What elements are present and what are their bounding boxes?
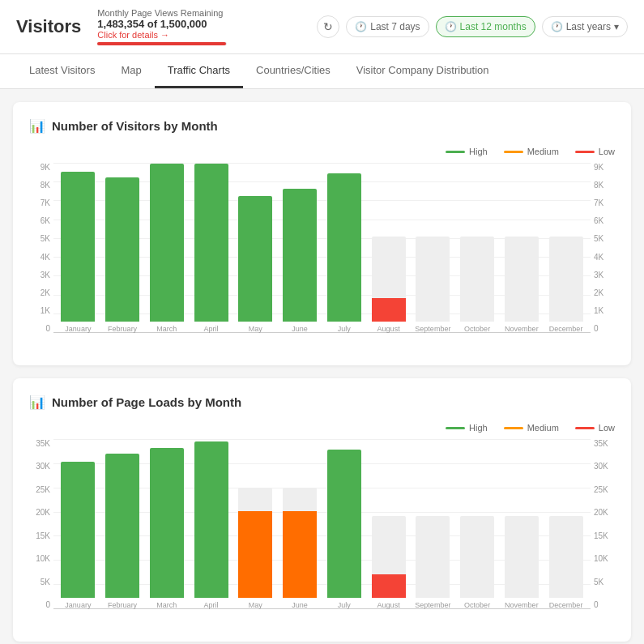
page-views-bar-bg (97, 42, 227, 45)
bar-col: June (279, 439, 322, 609)
legend2-low: Low (575, 423, 615, 433)
time-filter-last7days-label: Last 7 days (370, 21, 420, 32)
page-views-value: 1,483,354 of 1,500,000 (97, 18, 227, 30)
main-content: 📊 Number of Visitors by Month High Mediu… (0, 89, 644, 644)
bar-col: October (456, 439, 499, 609)
legend2-low-label: Low (599, 423, 615, 433)
chart2-legend: High Medium Low (29, 423, 615, 433)
header-left: Visitors Monthly Page Views Remaining 1,… (16, 8, 227, 45)
legend2-high: High (446, 423, 488, 433)
chart2-container: 35K30K25K20K15K10K5K0JanuaryFebruaryMarc… (29, 439, 615, 625)
time-filter-last12months[interactable]: 🕐 Last 12 months (436, 16, 535, 37)
legend2-medium: Medium (504, 423, 559, 433)
legend2-high-line (446, 427, 465, 429)
chart1-icon: 📊 (29, 118, 45, 134)
clock-icon-2: 🕐 (445, 21, 457, 32)
legend-medium-line (504, 151, 523, 153)
bar-col: April (190, 439, 232, 609)
bar-col: March (146, 439, 189, 609)
bar-col: February (101, 163, 144, 333)
chart1-container: 9K8K7K6K5K4K3K2K1K0JanuaryFebruaryMarchA… (29, 163, 615, 349)
visitors-chart-card: 📊 Number of Visitors by Month High Mediu… (13, 102, 631, 365)
bar-col: August (367, 439, 410, 609)
legend2-medium-label: Medium (527, 423, 559, 433)
chart1-title-row: 📊 Number of Visitors by Month (29, 118, 615, 134)
chart2-icon: 📊 (29, 395, 45, 410)
bar-col: July (323, 439, 366, 609)
legend-medium-label: Medium (527, 147, 559, 156)
chart1-legend: High Medium Low (29, 147, 615, 156)
legend-low: Low (575, 147, 615, 156)
chart1-title: Number of Visitors by Month (52, 119, 218, 133)
bar-col: January (57, 439, 100, 609)
legend2-low-line (575, 427, 595, 429)
pageloads-chart-card: 📊 Number of Page Loads by Month High Med… (13, 378, 631, 642)
time-filter-last12months-label: Last 12 months (460, 21, 527, 32)
legend-medium: Medium (504, 147, 559, 156)
bar-col: February (101, 439, 144, 609)
bar-col: October (456, 163, 499, 333)
page-views-bar-fill (97, 42, 225, 45)
bar-col: May (234, 439, 277, 609)
bar-col: November (501, 163, 544, 333)
bar-col: December (544, 163, 587, 333)
chart2-title: Number of Page Loads by Month (52, 395, 241, 409)
tab-map[interactable]: Map (108, 54, 154, 88)
page-views-label: Monthly Page Views Remaining (97, 8, 227, 18)
chart2-title-row: 📊 Number of Page Loads by Month (29, 395, 615, 410)
time-filter-lastyears[interactable]: 🕐 Last years ▾ (542, 16, 628, 37)
legend2-medium-line (504, 427, 523, 429)
bar-col: March (146, 163, 189, 333)
header-right: ↻ 🕐 Last 7 days 🕐 Last 12 months 🕐 Last … (317, 15, 628, 38)
nav-tabs: Latest Visitors Map Traffic Charts Count… (0, 54, 644, 89)
bar-col: July (323, 163, 366, 333)
tab-countries-cities[interactable]: Countries/Cities (243, 54, 343, 88)
legend2-high-label: High (469, 423, 488, 433)
legend-high-label: High (469, 147, 488, 156)
bar-col: April (190, 163, 232, 333)
legend-high: High (446, 147, 488, 156)
tab-latest-visitors[interactable]: Latest Visitors (16, 54, 108, 88)
time-filter-lastyears-label: Last years (566, 21, 611, 32)
bar-col: September (412, 439, 454, 609)
bar-col: January (57, 163, 100, 333)
bar-col: September (412, 163, 454, 333)
legend-low-line (575, 151, 595, 153)
bar-col: August (367, 163, 410, 333)
page-views-link[interactable]: Click for details → (97, 30, 227, 40)
header: Visitors Monthly Page Views Remaining 1,… (0, 0, 644, 54)
chevron-down-icon: ▾ (614, 21, 619, 32)
clock-icon: 🕐 (355, 21, 367, 32)
legend-high-line (446, 151, 465, 153)
bar-col: December (544, 439, 587, 609)
tab-visitor-company[interactable]: Visitor Company Distribution (343, 54, 502, 88)
page-views-info: Monthly Page Views Remaining 1,483,354 o… (97, 8, 227, 45)
bar-col: May (234, 163, 277, 333)
clock-icon-3: 🕐 (551, 21, 563, 32)
legend-low-label: Low (599, 147, 615, 156)
time-filter-last7days[interactable]: 🕐 Last 7 days (346, 16, 429, 37)
app-title: Visitors (16, 16, 81, 37)
bar-col: June (279, 163, 322, 333)
bar-col: November (501, 439, 544, 609)
refresh-button[interactable]: ↻ (317, 15, 339, 38)
tab-traffic-charts[interactable]: Traffic Charts (155, 54, 243, 88)
